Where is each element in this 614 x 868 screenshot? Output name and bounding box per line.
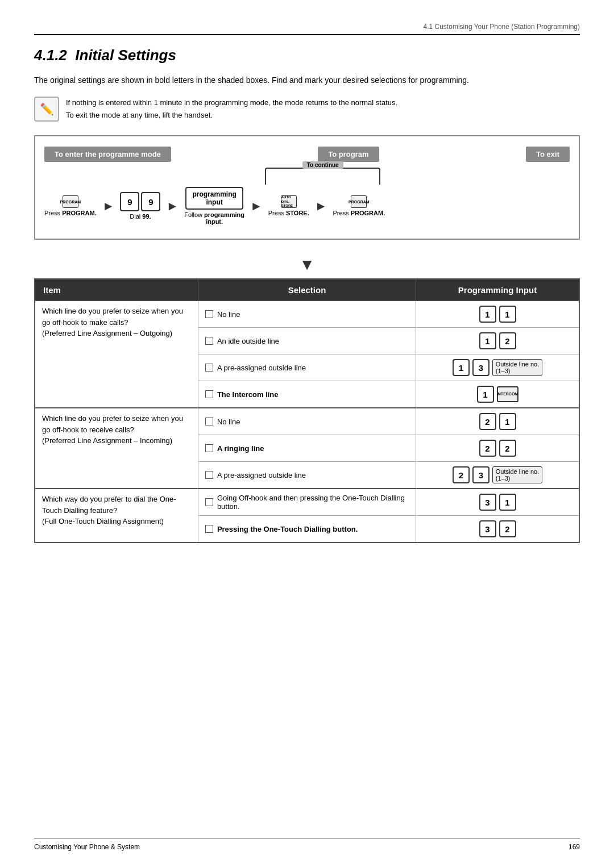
header-title: 4.1 Customising Your Phone (Station Prog…: [424, 23, 580, 31]
flow-steps: PROGRAM Press PROGRAM. ► 9 9 Dial 99. ► …: [44, 187, 570, 225]
arrow-1: ►: [102, 199, 115, 214]
prog-keys-3-2: 3 2: [423, 520, 572, 537]
arrow-4: ►: [315, 199, 327, 214]
key-9-1: 9: [120, 192, 139, 211]
pkey-1: 1: [479, 306, 496, 323]
section-title: 4.1.2 Initial Settings: [34, 47, 580, 64]
item-cell-2: Which line do you prefer to seize when y…: [35, 408, 198, 489]
program-device-2: PROGRAM: [351, 195, 367, 208]
prog-input-box: programminginput: [185, 187, 243, 210]
checkbox-1-4[interactable]: [205, 390, 213, 398]
footer-right: 169: [569, 843, 580, 851]
selection-label-3-1: Going Off-hook and then pressing the One…: [217, 494, 409, 511]
note-2: To exit the mode at any time, lift the h…: [66, 109, 397, 122]
note-1: If nothing is entered within 1 minute in…: [66, 97, 397, 109]
prog-input-cell-1-1: 1 1: [416, 301, 579, 328]
table-header-row: Item Selection Programming Input: [35, 279, 579, 301]
prog-input-cell-3-2: 3 2: [416, 516, 579, 543]
checkbox-1-2[interactable]: [205, 337, 213, 345]
continue-label: To continue: [302, 161, 343, 169]
flow-label-4: Press STORE.: [268, 210, 309, 216]
selection-cell-1-2: An idle outside line: [198, 328, 416, 354]
intro-text: The original settings are shown in bold …: [34, 74, 580, 86]
table-row: Which line do you prefer to seize when y…: [35, 301, 579, 328]
prog-input-cell-2-1: 2 1: [416, 408, 579, 435]
pkey-1: 1: [479, 332, 496, 349]
selection-cell-2-1: No line: [198, 408, 416, 435]
selection-cell-1-4: The Intercom line: [198, 381, 416, 408]
prog-input-cell-1-3: 1 3 Outside line no.(1–3): [416, 354, 579, 381]
checkbox-2-3[interactable]: [205, 471, 213, 479]
pkey-2: 2: [499, 520, 516, 537]
prog-input-cell-3-1: 3 1: [416, 489, 579, 516]
selection-label-1-2: An idle outside line: [217, 337, 279, 345]
page: 4.1 Customising Your Phone (Station Prog…: [0, 0, 614, 868]
selection-label-2-2: A ringing line: [217, 444, 264, 453]
selection-cell-3-1: Going Off-hook and then pressing the One…: [198, 489, 416, 516]
continue-arc: To continue: [265, 168, 380, 185]
flow-header: To enter the programme mode To program T…: [44, 147, 570, 162]
flow-header-program: To program: [318, 147, 379, 162]
checkbox-2-2[interactable]: [205, 444, 213, 452]
checkbox-1-3[interactable]: [205, 364, 213, 372]
key-pair-99: 9 9: [120, 192, 160, 211]
flow-step-5: PROGRAM Press PROGRAM.: [333, 195, 385, 216]
key-9-2: 9: [141, 192, 160, 211]
note-icon: ✏️: [34, 97, 59, 122]
footer: Customising Your Phone & System 169: [34, 838, 580, 851]
table-row: Which way do you prefer to dial the One-…: [35, 489, 579, 516]
selection-cell-2-3: A pre-assigned outside line: [198, 462, 416, 489]
prog-keys-1-2: 1 2: [423, 332, 572, 349]
item-cell-1: Which line do you prefer to seize when y…: [35, 301, 198, 408]
selection-label-2-1: No line: [217, 418, 240, 426]
intercom-key: INTERCOM: [497, 386, 518, 402]
col-header-prog-input: Programming Input: [416, 279, 579, 301]
prog-keys-2-3: 2 3 Outside line no.(1–3): [423, 466, 572, 483]
flow-step-3: programminginput Follow programminginput…: [184, 187, 244, 225]
prog-input-cell-1-4: 1 INTERCOM: [416, 381, 579, 408]
prog-keys-1-1: 1 1: [423, 306, 572, 323]
prog-keys-3-1: 3 1: [423, 494, 572, 511]
pkey-3: 3: [472, 359, 489, 376]
store-device: AUTO DIALSTORE: [281, 195, 297, 208]
selection-label-2-3: A pre-assigned outside line: [217, 471, 306, 479]
pkey-2: 2: [499, 332, 516, 349]
arrow-3: ►: [250, 199, 263, 214]
page-header: 4.1 Customising Your Phone (Station Prog…: [34, 23, 580, 35]
pkey-2: 2: [499, 440, 516, 457]
flow-header-enter: To enter the programme mode: [44, 147, 171, 162]
pkey-2: 2: [479, 440, 496, 457]
prog-keys-1-4: 1 INTERCOM: [423, 386, 572, 403]
flow-diagram-box: To enter the programme mode To program T…: [34, 135, 580, 240]
pkey-1: 1: [499, 413, 516, 430]
selection-label-1-4: The Intercom line: [217, 390, 279, 399]
selection-cell-1-1: No line: [198, 301, 416, 328]
pkey-1: 1: [499, 494, 516, 511]
pkey-1: 1: [477, 386, 494, 403]
pkey-1: 1: [499, 306, 516, 323]
pkey-1: 1: [453, 359, 470, 376]
selection-cell-1-3: A pre-assigned outside line: [198, 354, 416, 381]
col-header-item: Item: [35, 279, 198, 301]
note-lines: If nothing is entered within 1 minute in…: [66, 97, 397, 122]
flow-step-1: PROGRAM Press PROGRAM.: [44, 195, 97, 216]
table-row: Which line do you prefer to seize when y…: [35, 408, 579, 435]
outside-note-2-3: Outside line no.(1–3): [492, 466, 542, 483]
checkbox-3-1[interactable]: [205, 498, 213, 506]
prog-keys-2-1: 2 1: [423, 413, 572, 430]
flow-label-3: Follow programminginput.: [184, 211, 244, 225]
checkbox-2-1[interactable]: [205, 418, 213, 425]
pkey-2: 2: [479, 413, 496, 430]
flow-step-2: 9 9 Dial 99.: [120, 192, 160, 220]
item-cell-3: Which way do you prefer to dial the One-…: [35, 489, 198, 542]
flow-to-table-arrow: ▼: [34, 256, 580, 274]
main-table: Item Selection Programming Input Which l…: [34, 278, 580, 543]
flow-label-5: Press PROGRAM.: [333, 210, 385, 216]
selection-label-3-2: Pressing the One-Touch Dialling button.: [217, 525, 358, 533]
flow-label-2: Dial 99.: [130, 213, 151, 220]
arrow-2: ►: [166, 199, 179, 214]
checkbox-1-1[interactable]: [205, 310, 213, 318]
checkbox-3-2[interactable]: [205, 525, 213, 533]
pkey-3: 3: [479, 494, 496, 511]
flow-step-4: AUTO DIALSTORE Press STORE.: [268, 195, 309, 216]
